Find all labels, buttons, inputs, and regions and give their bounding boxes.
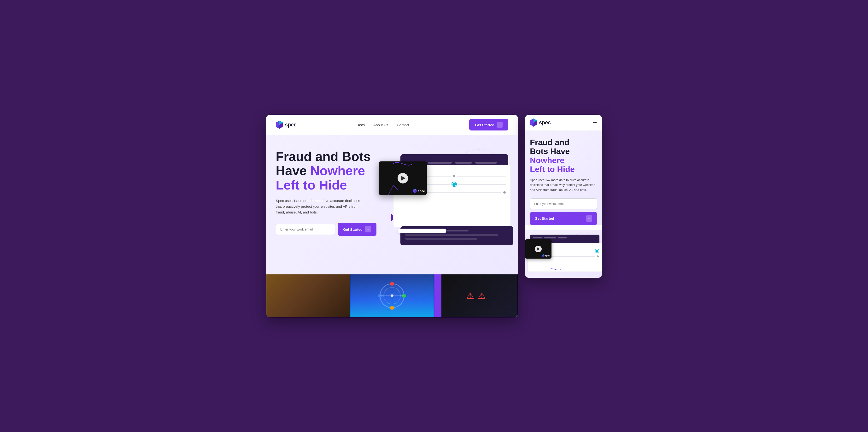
- mobile-video-thumbnail[interactable]: spec: [525, 239, 552, 258]
- mobile-dot-3: [597, 255, 599, 257]
- mobile-hero: Fraud and Bots Have Nowhere Left to Hide…: [525, 131, 602, 225]
- mobile-video-logo: spec: [542, 254, 550, 257]
- logo[interactable]: spec: [276, 121, 297, 129]
- deco-lines-left: [393, 157, 412, 171]
- bottom-bar-gray-1: [444, 230, 468, 232]
- logo-icon: [276, 121, 283, 129]
- hero-title: Fraud and Bots Have Nowhere Left to Hide: [276, 149, 376, 192]
- bottom-bar-full-1: [405, 234, 498, 236]
- mobile-logo-icon: [530, 119, 537, 127]
- mobile-hero-title: Fraud and Bots Have Nowhere Left to Hide: [530, 138, 597, 174]
- svg-point-19: [391, 294, 394, 297]
- bottom-bar-full-2: [405, 238, 477, 240]
- desktop-nav: spec Docs About Us Contact Get Started →: [266, 115, 518, 135]
- card-aerial: [266, 274, 350, 317]
- chart-dot-6: [503, 191, 506, 193]
- card-ferris: [350, 274, 434, 317]
- nav-arrow-icon: →: [497, 122, 503, 128]
- nav-link-docs[interactable]: Docs: [356, 123, 365, 127]
- mobile-play-icon: [537, 247, 540, 251]
- mobile-nav: spec ☰: [525, 115, 602, 131]
- video-logo: spec: [413, 189, 425, 193]
- mobile-bar-1: [533, 237, 542, 239]
- hamburger-menu-icon[interactable]: ☰: [593, 120, 597, 125]
- chart-dot-active: [452, 182, 456, 186]
- desktop-card: spec Docs About Us Contact Get Started →…: [266, 115, 518, 317]
- mobile-logo[interactable]: spec: [530, 119, 551, 127]
- mobile-play-button[interactable]: [535, 246, 542, 252]
- btn-arrow-icon: →: [365, 226, 371, 233]
- panel-bar-4: [475, 162, 497, 163]
- mobile-video-logo-text: spec: [545, 254, 550, 257]
- deco-line-bottom: [389, 185, 398, 195]
- ferris-wheel-svg: [378, 281, 406, 310]
- mobile-logo-text: spec: [539, 119, 551, 126]
- video-logo-text: spec: [418, 189, 425, 193]
- chart-dot-2: [453, 175, 455, 177]
- hero-left: Fraud and Bots Have Nowhere Left to Hide…: [276, 149, 376, 236]
- mobile-bar-3: [558, 237, 567, 239]
- get-started-button[interactable]: Get Started →: [338, 223, 376, 236]
- desktop-hero: Fraud and Bots Have Nowhere Left to Hide…: [266, 135, 518, 274]
- video-logo-icon: [413, 189, 417, 193]
- play-triangle-icon: [401, 176, 405, 181]
- hero-right: spec: [386, 149, 508, 245]
- mobile-hero-description: Spec uses 14x more data to drive accurat…: [530, 178, 597, 193]
- mobile-get-started-button[interactable]: Get Started →: [530, 212, 597, 225]
- email-input[interactable]: [276, 224, 335, 235]
- mobile-mockup-area: spec: [525, 230, 602, 278]
- warning-triangle-icon-2: ⚠: [478, 291, 486, 301]
- mobile-card: spec ☰ Fraud and Bots Have Nowhere Left …: [525, 115, 602, 278]
- hero-form: Get Started →: [276, 223, 376, 236]
- card-warning: ⚠ ⚠: [434, 274, 518, 317]
- ferris-wheel: [350, 274, 434, 317]
- mobile-btn-arrow-icon: →: [586, 215, 592, 222]
- nav-links: Docs About Us Contact: [356, 123, 409, 127]
- purple-side-bar: [434, 274, 441, 317]
- nav-get-started-button[interactable]: Get Started →: [469, 119, 508, 130]
- mobile-bar-2: [544, 237, 556, 239]
- page-wrapper: spec Docs About Us Contact Get Started →…: [266, 115, 602, 317]
- logo-text: spec: [285, 122, 297, 128]
- warning-icons: ⚠ ⚠: [466, 291, 486, 301]
- nav-link-contact[interactable]: Contact: [397, 123, 409, 127]
- bottom-cards: ⚠ ⚠: [266, 274, 518, 317]
- chart-track-4: [458, 184, 506, 185]
- panel-bar-2: [428, 162, 452, 163]
- mobile-email-input[interactable]: [530, 198, 597, 209]
- mobile-video-logo-icon: [542, 254, 545, 257]
- chart-track-2: [457, 176, 506, 177]
- speech-bubble: [398, 228, 446, 234]
- aerial-overlay: [267, 274, 350, 317]
- panel-bar-3: [455, 162, 472, 163]
- play-button[interactable]: [398, 173, 408, 184]
- mobile-deco-line: [549, 266, 561, 273]
- nav-link-about[interactable]: About Us: [373, 123, 388, 127]
- mobile-dot-active: [595, 249, 599, 253]
- hero-description: Spec uses 14x more data to drive accurat…: [276, 198, 362, 215]
- warning-triangle-icon-1: ⚠: [466, 291, 474, 301]
